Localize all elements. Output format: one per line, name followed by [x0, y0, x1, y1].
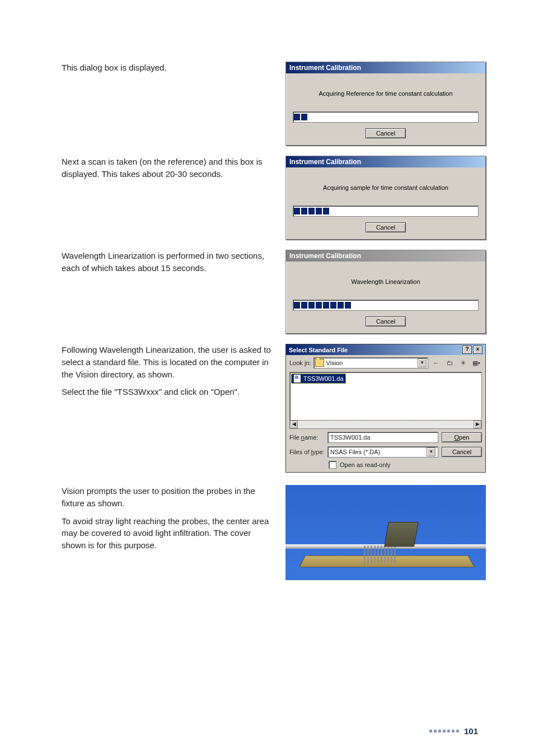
filetype-combo[interactable]: NSAS Files (*.DA) ▾ — [327, 446, 438, 458]
para-2: Next a scan is taken (on the reference) … — [62, 156, 274, 180]
page-number: 101 — [461, 726, 478, 736]
para-5a: Vision prompts the user to position the … — [62, 485, 274, 510]
footer-dots-icon — [429, 730, 459, 732]
open-button[interactable]: Open — [442, 432, 482, 442]
file-list[interactable]: TSS3W001.da ◀ ▶ — [289, 372, 482, 429]
dropdown-icon[interactable]: ▾ — [427, 447, 435, 456]
readonly-label: Open as read-only — [340, 461, 391, 468]
para-4a: Following Wavelength Linearization, the … — [62, 344, 274, 380]
page-footer: 101 — [429, 726, 478, 736]
file-item[interactable]: TSS3W001.da — [291, 374, 346, 384]
readonly-checkbox[interactable] — [329, 461, 336, 469]
up-one-level-icon[interactable]: 🗀 — [444, 357, 455, 368]
folder-icon — [315, 359, 324, 367]
file-item-label: TSS3W001.da — [303, 375, 344, 382]
dialog-message: Wavelength Linearization — [293, 274, 479, 300]
dialog-title: Instrument Calibration — [286, 250, 485, 262]
view-menu-icon[interactable]: ▦▾ — [471, 357, 482, 368]
filename-label: File name: — [289, 434, 324, 441]
document-icon — [293, 374, 301, 383]
dialog-message: Acquiring Reference for time constant ca… — [293, 86, 479, 111]
help-icon[interactable]: ? — [462, 346, 472, 354]
close-icon[interactable]: × — [473, 346, 483, 354]
para-5b: To avoid stray light reaching the probes… — [62, 515, 274, 552]
cancel-button[interactable]: Cancel — [366, 128, 406, 138]
cancel-button[interactable]: Cancel — [442, 447, 482, 457]
filename-input[interactable]: TSS3W001.da — [327, 432, 438, 443]
fixture-photo — [285, 485, 486, 580]
new-folder-icon[interactable]: ✳ — [457, 357, 469, 368]
lookin-combo[interactable]: Vision ▾ — [313, 357, 428, 368]
lookin-label: Look in: — [289, 360, 311, 366]
dialog-title: Instrument Calibration — [286, 156, 485, 167]
progress-bar — [293, 300, 479, 311]
para-3: Wavelength Linearization is performed in… — [62, 250, 274, 274]
back-icon[interactable]: ← — [430, 357, 442, 368]
cancel-button[interactable]: Cancel — [366, 222, 406, 232]
dropdown-icon[interactable]: ▾ — [418, 358, 427, 367]
dialog-calibration-1: Instrument Calibration Acquiring Referen… — [285, 62, 486, 146]
scroll-left-icon[interactable]: ◀ — [290, 421, 298, 428]
progress-bar — [293, 206, 479, 217]
filetype-label: Files of type: — [289, 449, 324, 455]
dialog-message: Acquiring sample for time constant calcu… — [293, 180, 479, 206]
horizontal-scrollbar[interactable]: ◀ ▶ — [290, 420, 481, 428]
file-dialog-title: Select Standard File — [289, 347, 348, 353]
dialog-title: Instrument Calibration — [286, 62, 485, 73]
file-dialog: Select Standard File ? × Look in: Vision… — [285, 344, 486, 473]
dialog-calibration-2: Instrument Calibration Acquiring sample … — [285, 156, 486, 240]
scroll-track[interactable] — [298, 421, 474, 428]
progress-bar — [293, 111, 479, 123]
scroll-right-icon[interactable]: ▶ — [474, 421, 481, 428]
para-1: This dialog box is displayed. — [62, 62, 274, 74]
lookin-value: Vision — [326, 360, 343, 366]
dialog-calibration-3: Instrument Calibration Wavelength Linear… — [285, 250, 486, 334]
para-4b: Select the file "TSS3Wxxx" and click on … — [62, 386, 274, 398]
cancel-button[interactable]: Cancel — [366, 316, 406, 326]
